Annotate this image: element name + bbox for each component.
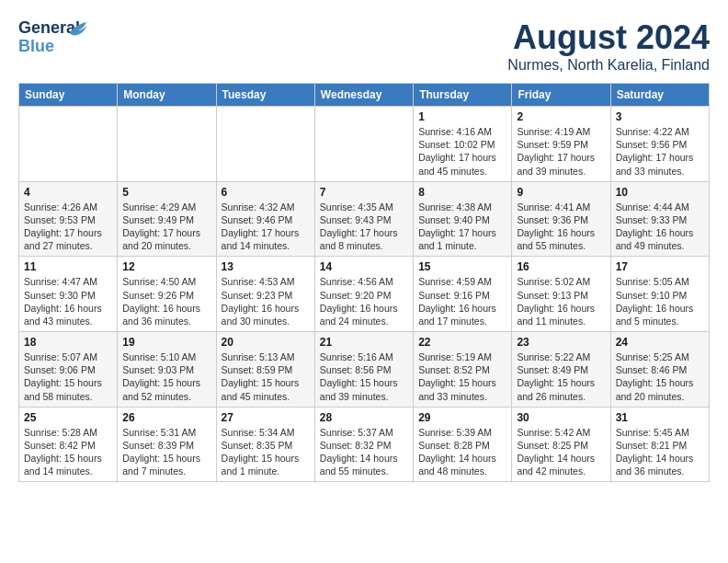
day-info: Sunrise: 4:22 AM Sunset: 9:56 PM Dayligh… xyxy=(616,125,704,178)
day-number: 3 xyxy=(616,110,704,123)
day-number: 22 xyxy=(418,336,506,349)
calendar-cell: 10Sunrise: 4:44 AM Sunset: 9:33 PM Dayli… xyxy=(610,181,709,257)
calendar-cell: 24Sunrise: 5:25 AM Sunset: 8:46 PM Dayli… xyxy=(610,332,709,408)
calendar-cell: 21Sunrise: 5:16 AM Sunset: 8:56 PM Dayli… xyxy=(314,332,413,408)
calendar-cell: 18Sunrise: 5:07 AM Sunset: 9:06 PM Dayli… xyxy=(19,332,118,408)
day-number: 27 xyxy=(222,411,310,424)
calendar-cell xyxy=(314,107,413,182)
calendar-cell: 6Sunrise: 4:32 AM Sunset: 9:46 PM Daylig… xyxy=(216,181,314,257)
calendar-cell: 23Sunrise: 5:22 AM Sunset: 8:49 PM Dayli… xyxy=(512,332,610,408)
day-number: 20 xyxy=(222,336,310,349)
calendar-cell: 28Sunrise: 5:37 AM Sunset: 8:32 PM Dayli… xyxy=(314,407,413,482)
day-info: Sunrise: 5:37 AM Sunset: 8:32 PM Dayligh… xyxy=(320,426,408,478)
weekday-header: Friday xyxy=(512,84,610,107)
calendar-cell: 11Sunrise: 4:47 AM Sunset: 9:30 PM Dayli… xyxy=(19,257,118,332)
calendar-row: 11Sunrise: 4:47 AM Sunset: 9:30 PM Dayli… xyxy=(19,257,710,332)
day-number: 19 xyxy=(122,336,210,349)
day-info: Sunrise: 5:02 AM Sunset: 9:13 PM Dayligh… xyxy=(517,275,605,327)
day-number: 2 xyxy=(517,110,605,123)
calendar-cell: 29Sunrise: 5:39 AM Sunset: 8:28 PM Dayli… xyxy=(414,407,512,482)
day-number: 4 xyxy=(24,186,112,199)
weekday-header: Thursday xyxy=(414,84,512,107)
day-number: 10 xyxy=(616,186,704,199)
day-number: 26 xyxy=(122,411,210,424)
day-number: 18 xyxy=(24,336,112,349)
day-info: Sunrise: 5:19 AM Sunset: 8:52 PM Dayligh… xyxy=(418,350,506,403)
day-number: 23 xyxy=(517,336,605,349)
day-info: Sunrise: 5:13 AM Sunset: 8:59 PM Dayligh… xyxy=(222,350,310,403)
day-info: Sunrise: 5:39 AM Sunset: 8:28 PM Dayligh… xyxy=(418,426,506,478)
day-info: Sunrise: 4:19 AM Sunset: 9:59 PM Dayligh… xyxy=(517,125,605,178)
day-info: Sunrise: 5:42 AM Sunset: 8:25 PM Dayligh… xyxy=(517,426,605,478)
day-number: 25 xyxy=(24,411,112,424)
calendar-header-row: SundayMondayTuesdayWednesdayThursdayFrid… xyxy=(19,84,710,107)
day-info: Sunrise: 5:34 AM Sunset: 8:35 PM Dayligh… xyxy=(222,426,310,478)
day-number: 24 xyxy=(616,336,704,349)
calendar-cell: 14Sunrise: 4:56 AM Sunset: 9:20 PM Dayli… xyxy=(314,257,413,332)
calendar-cell: 30Sunrise: 5:42 AM Sunset: 8:25 PM Dayli… xyxy=(512,407,610,482)
day-number: 30 xyxy=(517,411,605,424)
day-number: 31 xyxy=(616,411,704,424)
calendar-cell xyxy=(19,107,118,182)
calendar-cell: 8Sunrise: 4:38 AM Sunset: 9:40 PM Daylig… xyxy=(414,181,512,257)
weekday-header: Sunday xyxy=(19,84,118,107)
day-number: 17 xyxy=(616,260,704,273)
calendar-row: 4Sunrise: 4:26 AM Sunset: 9:53 PM Daylig… xyxy=(19,181,710,257)
day-number: 1 xyxy=(418,110,506,123)
calendar-cell: 27Sunrise: 5:34 AM Sunset: 8:35 PM Dayli… xyxy=(216,407,314,482)
day-number: 11 xyxy=(24,260,112,273)
day-number: 12 xyxy=(122,260,210,273)
calendar-cell: 7Sunrise: 4:35 AM Sunset: 9:43 PM Daylig… xyxy=(314,181,413,257)
calendar-cell: 22Sunrise: 5:19 AM Sunset: 8:52 PM Dayli… xyxy=(414,332,512,408)
page-header: General Blue August 2024 Nurmes, North K… xyxy=(18,18,710,74)
weekday-header: Tuesday xyxy=(216,84,314,107)
location-subtitle: Nurmes, North Karelia, Finland xyxy=(507,57,710,74)
day-info: Sunrise: 4:16 AM Sunset: 10:02 PM Daylig… xyxy=(418,125,506,178)
day-info: Sunrise: 5:25 AM Sunset: 8:46 PM Dayligh… xyxy=(616,350,704,403)
day-info: Sunrise: 5:22 AM Sunset: 8:49 PM Dayligh… xyxy=(517,350,605,403)
day-number: 7 xyxy=(320,186,408,199)
day-number: 15 xyxy=(418,260,506,273)
calendar-cell xyxy=(118,107,216,182)
day-info: Sunrise: 5:31 AM Sunset: 8:39 PM Dayligh… xyxy=(122,426,210,478)
day-info: Sunrise: 4:44 AM Sunset: 9:33 PM Dayligh… xyxy=(616,201,704,253)
day-info: Sunrise: 4:26 AM Sunset: 9:53 PM Dayligh… xyxy=(24,201,112,253)
logo-blue: Blue xyxy=(18,37,54,56)
day-number: 16 xyxy=(517,260,605,273)
day-info: Sunrise: 5:05 AM Sunset: 9:10 PM Dayligh… xyxy=(616,275,704,327)
calendar-cell: 4Sunrise: 4:26 AM Sunset: 9:53 PM Daylig… xyxy=(19,181,118,257)
calendar-cell: 19Sunrise: 5:10 AM Sunset: 9:03 PM Dayli… xyxy=(118,332,216,408)
day-info: Sunrise: 4:29 AM Sunset: 9:49 PM Dayligh… xyxy=(122,201,210,253)
day-number: 6 xyxy=(222,186,310,199)
day-number: 14 xyxy=(320,260,408,273)
day-number: 28 xyxy=(320,411,408,424)
title-block: August 2024 Nurmes, North Karelia, Finla… xyxy=(507,18,710,74)
calendar-cell: 26Sunrise: 5:31 AM Sunset: 8:39 PM Dayli… xyxy=(118,407,216,482)
day-info: Sunrise: 4:47 AM Sunset: 9:30 PM Dayligh… xyxy=(24,275,112,327)
calendar-cell xyxy=(216,107,314,182)
calendar-cell: 20Sunrise: 5:13 AM Sunset: 8:59 PM Dayli… xyxy=(216,332,314,408)
day-info: Sunrise: 5:28 AM Sunset: 8:42 PM Dayligh… xyxy=(24,426,112,478)
calendar-cell: 15Sunrise: 4:59 AM Sunset: 9:16 PM Dayli… xyxy=(414,257,512,332)
day-info: Sunrise: 5:10 AM Sunset: 9:03 PM Dayligh… xyxy=(122,350,210,403)
calendar-row: 18Sunrise: 5:07 AM Sunset: 9:06 PM Dayli… xyxy=(19,332,710,408)
day-number: 8 xyxy=(418,186,506,199)
day-number: 29 xyxy=(418,411,506,424)
day-info: Sunrise: 5:45 AM Sunset: 8:21 PM Dayligh… xyxy=(616,426,704,478)
day-info: Sunrise: 4:56 AM Sunset: 9:20 PM Dayligh… xyxy=(320,275,408,327)
calendar-cell: 12Sunrise: 4:50 AM Sunset: 9:26 PM Dayli… xyxy=(118,257,216,332)
calendar-row: 1Sunrise: 4:16 AM Sunset: 10:02 PM Dayli… xyxy=(19,107,710,182)
day-info: Sunrise: 5:07 AM Sunset: 9:06 PM Dayligh… xyxy=(24,350,112,403)
calendar-cell: 3Sunrise: 4:22 AM Sunset: 9:56 PM Daylig… xyxy=(610,107,709,182)
day-number: 9 xyxy=(517,186,605,199)
weekday-header: Wednesday xyxy=(314,84,413,107)
day-number: 5 xyxy=(122,186,210,199)
day-info: Sunrise: 4:41 AM Sunset: 9:36 PM Dayligh… xyxy=(517,201,605,253)
day-info: Sunrise: 4:59 AM Sunset: 9:16 PM Dayligh… xyxy=(418,275,506,327)
calendar-cell: 13Sunrise: 4:53 AM Sunset: 9:23 PM Dayli… xyxy=(216,257,314,332)
calendar-cell: 2Sunrise: 4:19 AM Sunset: 9:59 PM Daylig… xyxy=(512,107,610,182)
month-year-title: August 2024 xyxy=(507,18,710,57)
day-info: Sunrise: 4:50 AM Sunset: 9:26 PM Dayligh… xyxy=(122,275,210,327)
calendar-table: SundayMondayTuesdayWednesdayThursdayFrid… xyxy=(18,83,710,482)
day-number: 13 xyxy=(222,260,310,273)
